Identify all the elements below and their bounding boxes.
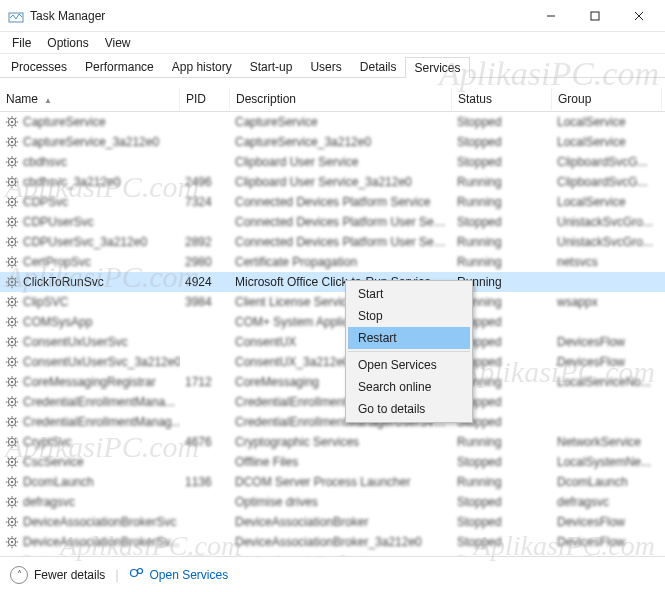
table-row[interactable]: CoreMessagingRegistrar1712CoreMessagingR… bbox=[0, 372, 665, 392]
svg-line-43 bbox=[8, 185, 9, 186]
service-group: ClipboardSvcG... bbox=[552, 173, 662, 191]
svg-line-142 bbox=[15, 385, 16, 386]
svg-line-192 bbox=[15, 485, 16, 486]
footer-divider: | bbox=[115, 568, 118, 582]
services-list[interactable]: CaptureServiceCaptureServiceStoppedLocal… bbox=[0, 112, 665, 564]
svg-line-223 bbox=[8, 545, 9, 546]
svg-line-44 bbox=[15, 178, 16, 179]
svg-point-116 bbox=[11, 341, 13, 343]
table-row[interactable]: cbdhsvc_3a212e02496Clipboard User Servic… bbox=[0, 172, 665, 192]
service-pid: 4924 bbox=[180, 273, 230, 291]
tab-users[interactable]: Users bbox=[301, 56, 350, 77]
close-button[interactable] bbox=[617, 2, 661, 30]
service-pid: 2980 bbox=[180, 253, 230, 271]
svg-line-54 bbox=[15, 198, 16, 199]
svg-point-176 bbox=[11, 461, 13, 463]
service-pid: 7324 bbox=[180, 193, 230, 211]
service-pid bbox=[180, 420, 230, 424]
svg-point-26 bbox=[11, 161, 13, 163]
svg-line-222 bbox=[15, 545, 16, 546]
table-row[interactable]: CredentialEnrollmentMana...CredentialEnr… bbox=[0, 392, 665, 412]
tab-details[interactable]: Details bbox=[351, 56, 406, 77]
service-description: DCOM Server Process Launcher bbox=[230, 473, 452, 491]
service-status: Stopped bbox=[452, 453, 552, 471]
table-row[interactable]: CredentialEnrollmentManag...CredentialEn… bbox=[0, 412, 665, 432]
table-row[interactable]: COMSysAppCOM+ System ApplicationStopped bbox=[0, 312, 665, 332]
col-status[interactable]: Status bbox=[452, 88, 552, 110]
menu-view[interactable]: View bbox=[99, 34, 137, 52]
svg-line-101 bbox=[8, 298, 9, 299]
ctx-go-to-details[interactable]: Go to details bbox=[348, 398, 470, 420]
svg-line-183 bbox=[8, 465, 9, 466]
svg-line-122 bbox=[15, 345, 16, 346]
service-group: LocalServiceNo... bbox=[552, 373, 662, 391]
table-row[interactable]: DeviceAssociationBrokerSvcDeviceAssociat… bbox=[0, 512, 665, 532]
service-gear-icon bbox=[5, 455, 19, 469]
col-description[interactable]: Description bbox=[230, 88, 452, 110]
table-row[interactable]: DcomLaunch1136DCOM Server Process Launch… bbox=[0, 472, 665, 492]
table-row[interactable]: CDPSvc7324Connected Devices Platform Ser… bbox=[0, 192, 665, 212]
minimize-button[interactable] bbox=[529, 2, 573, 30]
service-group: LocalService bbox=[552, 193, 662, 211]
ctx-start[interactable]: Start bbox=[348, 283, 470, 305]
svg-line-193 bbox=[8, 485, 9, 486]
svg-point-76 bbox=[11, 261, 13, 263]
footer: ˄ Fewer details | Open Services bbox=[0, 556, 665, 592]
tab-startup[interactable]: Start-up bbox=[241, 56, 302, 77]
service-name: CaptureService bbox=[23, 115, 106, 129]
service-name: ClickToRunSvc bbox=[23, 275, 104, 289]
table-row[interactable]: ConsentUxUserSvc_3a212e0ConsentUX_3a212e… bbox=[0, 352, 665, 372]
table-row[interactable]: CaptureServiceCaptureServiceStoppedLocal… bbox=[0, 112, 665, 132]
context-menu: Start Stop Restart Open Services Search … bbox=[345, 280, 473, 423]
table-row[interactable]: ConsentUxUserSvcConsentUXStoppedDevicesF… bbox=[0, 332, 665, 352]
svg-line-114 bbox=[15, 318, 16, 319]
table-row[interactable]: DeviceAssociationBrokerSv...DeviceAssoci… bbox=[0, 532, 665, 552]
tab-bar: Processes Performance App history Start-… bbox=[0, 54, 665, 78]
svg-line-11 bbox=[8, 118, 9, 119]
col-pid[interactable]: PID bbox=[180, 88, 230, 110]
table-row[interactable]: CaptureService_3a212e0CaptureService_3a2… bbox=[0, 132, 665, 152]
table-row[interactable]: CDPUserSvc_3a212e02892Connected Devices … bbox=[0, 232, 665, 252]
svg-line-211 bbox=[8, 518, 9, 519]
menu-options[interactable]: Options bbox=[41, 34, 94, 52]
maximize-button[interactable] bbox=[573, 2, 617, 30]
service-gear-icon bbox=[5, 195, 19, 209]
svg-line-224 bbox=[15, 538, 16, 539]
svg-line-74 bbox=[15, 238, 16, 239]
svg-point-235 bbox=[130, 570, 137, 577]
fewer-details-button[interactable]: ˄ Fewer details bbox=[10, 566, 105, 584]
service-gear-icon bbox=[5, 535, 19, 549]
table-row[interactable]: cbdhsvcClipboard User ServiceStoppedClip… bbox=[0, 152, 665, 172]
svg-line-221 bbox=[8, 538, 9, 539]
service-description: Cryptographic Services bbox=[230, 433, 452, 451]
tab-apphistory[interactable]: App history bbox=[163, 56, 241, 77]
svg-line-64 bbox=[15, 218, 16, 219]
table-row[interactable]: defragsvcOptimise drivesStoppeddefragsvc bbox=[0, 492, 665, 512]
col-group[interactable]: Group bbox=[552, 88, 662, 110]
service-pid: 1136 bbox=[180, 473, 230, 491]
service-group: DevicesFlow bbox=[552, 533, 662, 551]
table-row[interactable]: ClickToRunSvc4924Microsoft Office Click-… bbox=[0, 272, 665, 292]
open-services-link[interactable]: Open Services bbox=[129, 566, 229, 583]
table-row[interactable]: ClipSVC3984Client License ServiceRunning… bbox=[0, 292, 665, 312]
ctx-stop[interactable]: Stop bbox=[348, 305, 470, 327]
table-row[interactable]: CryptSvc4676Cryptographic ServicesRunnin… bbox=[0, 432, 665, 452]
service-name: DeviceAssociationBrokerSvc bbox=[23, 515, 176, 529]
ctx-search-online[interactable]: Search online bbox=[348, 376, 470, 398]
tab-services[interactable]: Services bbox=[405, 57, 469, 78]
svg-point-146 bbox=[11, 401, 13, 403]
ctx-restart[interactable]: Restart bbox=[348, 327, 470, 349]
table-row[interactable]: CertPropSvc2980Certificate PropagationRu… bbox=[0, 252, 665, 272]
table-row[interactable]: CscServiceOffline FilesStoppedLocalSyste… bbox=[0, 452, 665, 472]
col-name[interactable]: Name▲ bbox=[0, 88, 180, 110]
svg-line-154 bbox=[15, 398, 16, 399]
menu-file[interactable]: File bbox=[6, 34, 37, 52]
tab-processes[interactable]: Processes bbox=[2, 56, 76, 77]
service-name: CscService bbox=[23, 455, 84, 469]
svg-line-141 bbox=[8, 378, 9, 379]
table-row[interactable]: CDPUserSvcConnected Devices Platform Use… bbox=[0, 212, 665, 232]
ctx-open-services[interactable]: Open Services bbox=[348, 354, 470, 376]
tab-performance[interactable]: Performance bbox=[76, 56, 163, 77]
svg-line-124 bbox=[15, 338, 16, 339]
sort-asc-icon: ▲ bbox=[44, 96, 52, 105]
